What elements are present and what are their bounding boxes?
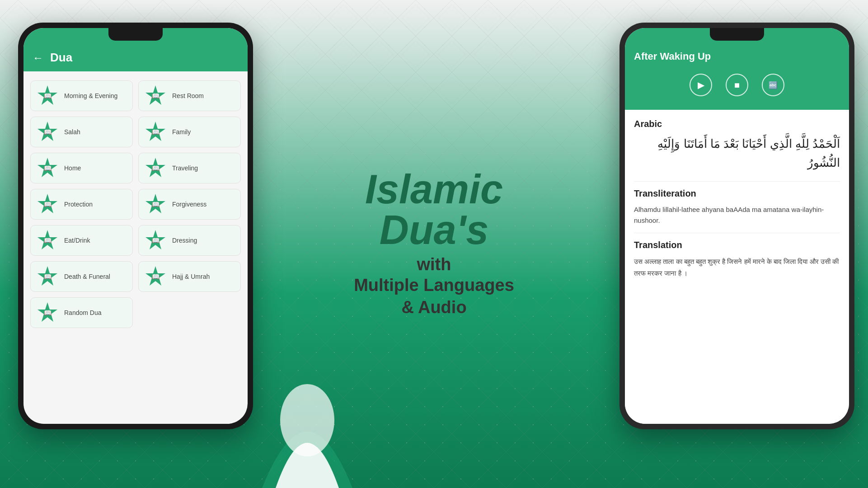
category-icon-forgiveness: 📖 (144, 193, 167, 216)
svg-text:📖: 📖 (152, 273, 160, 281)
category-icon-death: 📖 (36, 265, 59, 288)
category-icon-family: 📖 (144, 121, 167, 143)
svg-text:📖: 📖 (44, 164, 52, 172)
category-item-random[interactable]: 📖 Random Dua (30, 297, 133, 328)
category-icon-protection: 📖 (36, 193, 59, 216)
category-label: Death & Funeral (64, 273, 110, 280)
promo-subtitle2: & Audio (344, 297, 525, 319)
translation-text: उस अल्लाह ताला का बहुत बहुत शुक्र है जिस… (634, 256, 840, 279)
svg-text:📖: 📖 (44, 309, 52, 317)
category-item-forgiveness[interactable]: 📖 Forgiveness (138, 189, 241, 220)
svg-text:📖: 📖 (152, 128, 160, 136)
play-icon: ▶ (698, 80, 704, 90)
category-icon-traveling: 📖 (144, 157, 167, 179)
category-label: Dressing (172, 237, 197, 244)
category-icon-morning: 📖 (36, 84, 59, 107)
category-item-morning-evening[interactable]: 📖 Morning & Evening (30, 80, 133, 111)
phone-right-screen: After Waking Up ▶ ■ 🔤 Arabic اَلْحَمْدُ … (625, 28, 849, 424)
category-item-salah[interactable]: 📖 Salah (30, 117, 133, 147)
category-label: Protection (64, 201, 93, 208)
translate-icon: 🔤 (769, 81, 778, 89)
category-label: Random Dua (64, 309, 102, 316)
category-icon-home: 📖 (36, 157, 59, 179)
transliteration-text: Alhamdu lillahil-lathee ahyana baAAda ma… (634, 204, 840, 226)
svg-point-0 (280, 384, 334, 456)
category-label: Salah (64, 128, 80, 136)
category-label: Eat/Drink (64, 237, 90, 244)
svg-text:📖: 📖 (44, 201, 52, 208)
divider-2 (634, 233, 840, 233)
category-label: Rest Room (172, 92, 204, 99)
category-label: Traveling (172, 164, 198, 172)
audio-controls: ▶ ■ 🔤 (634, 69, 840, 101)
category-item-dressing[interactable]: 📖 Dressing (138, 225, 241, 256)
category-item-family[interactable]: 📖 Family (138, 117, 241, 147)
category-icon-dressing: 📖 (144, 229, 167, 252)
center-promo-text: Islamic Dua's with Multiple Languages & … (344, 169, 525, 319)
promo-title-line1: Islamic (344, 169, 525, 210)
phone-left-notch (108, 28, 163, 41)
svg-text:📖: 📖 (152, 237, 160, 244)
category-icon-eat: 📖 (36, 229, 59, 252)
back-button[interactable]: ← (33, 52, 43, 64)
svg-text:📖: 📖 (152, 201, 160, 208)
category-item-death-funeral[interactable]: 📖 Death & Funeral (30, 261, 133, 292)
phone-right: After Waking Up ▶ ■ 🔤 Arabic اَلْحَمْدُ … (619, 23, 854, 429)
category-label: Home (64, 164, 81, 172)
svg-text:📖: 📖 (44, 128, 52, 136)
phone-left-frame: ← Dua 📖 Morning & Evening 📖 (18, 23, 253, 429)
play-button[interactable]: ▶ (690, 74, 712, 96)
arabic-text: اَلْحَمْدُ لِلَّهِ الَّذِي أَحْيَانَا بَ… (634, 135, 840, 172)
svg-text:📖: 📖 (44, 237, 52, 244)
category-label: Hajj & Umrah (172, 273, 210, 280)
category-item-hajj[interactable]: 📖 Hajj & Umrah (138, 261, 241, 292)
app-header-title: Dua (50, 51, 72, 65)
category-icon-salah: 📖 (36, 121, 59, 143)
svg-text:📖: 📖 (44, 92, 52, 100)
category-grid: 📖 Morning & Evening 📖 Rest Room 📖 (23, 71, 248, 337)
category-item-traveling[interactable]: 📖 Traveling (138, 153, 241, 183)
promo-with: with (344, 255, 525, 274)
phone-left: ← Dua 📖 Morning & Evening 📖 (18, 23, 253, 429)
phone-left-screen: ← Dua 📖 Morning & Evening 📖 (23, 28, 248, 424)
dua-screen-title: After Waking Up (634, 51, 840, 62)
svg-text:📖: 📖 (152, 92, 160, 100)
category-item-protection[interactable]: 📖 Protection (30, 189, 133, 220)
phone-right-notch (710, 28, 764, 41)
svg-text:📖: 📖 (44, 273, 52, 281)
category-icon-hajj: 📖 (144, 265, 167, 288)
category-icon-random: 📖 (36, 301, 59, 324)
category-item-eat-drink[interactable]: 📖 Eat/Drink (30, 225, 133, 256)
promo-subtitle: Multiple Languages (344, 274, 525, 296)
category-label: Morning & Evening (64, 92, 117, 99)
transliteration-section-title: Transliteration (634, 188, 840, 199)
divider-1 (634, 181, 840, 182)
category-item-home[interactable]: 📖 Home (30, 153, 133, 183)
promo-title-line2: Dua's (344, 210, 525, 250)
stop-button[interactable]: ■ (726, 74, 748, 96)
phone-right-frame: After Waking Up ▶ ■ 🔤 Arabic اَلْحَمْدُ … (619, 23, 854, 429)
arabic-section-title: Arabic (634, 119, 840, 129)
dua-content: Arabic اَلْحَمْدُ لِلَّهِ الَّذِي أَحْيَ… (625, 110, 849, 424)
svg-text:📖: 📖 (152, 164, 160, 172)
stop-icon: ■ (734, 80, 740, 90)
category-icon-restroom: 📖 (144, 84, 167, 107)
translation-section-title: Translation (634, 240, 840, 250)
category-item-rest-room[interactable]: 📖 Rest Room (138, 80, 241, 111)
category-label: Forgiveness (172, 201, 206, 208)
category-label-family: Family (172, 128, 191, 136)
translate-button[interactable]: 🔤 (762, 74, 784, 96)
